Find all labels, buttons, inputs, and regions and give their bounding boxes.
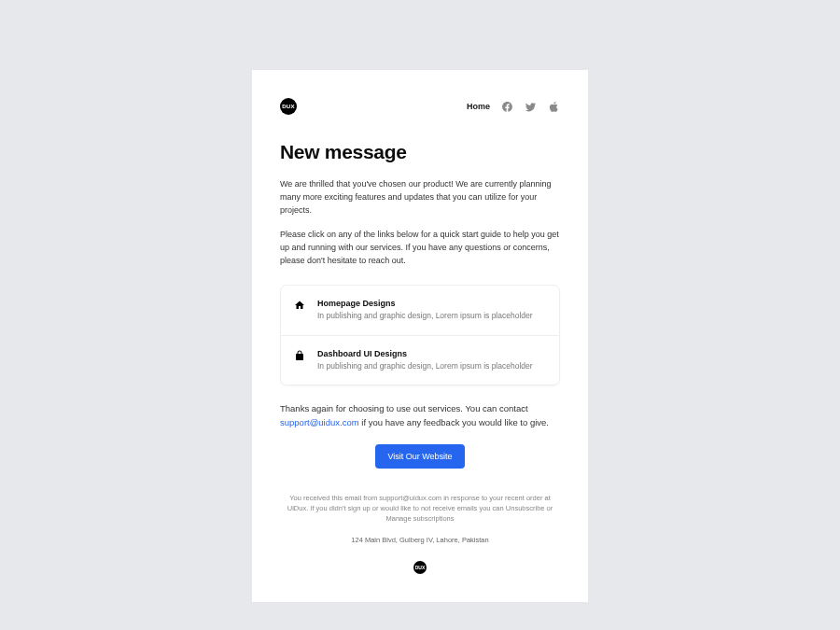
home-icon — [294, 300, 305, 311]
header-nav: Home — [467, 101, 560, 113]
link-cards: Homepage Designs In publishing and graph… — [280, 285, 560, 386]
header: DUX Home — [280, 98, 560, 115]
footer-address: 124 Main Blvd, Gulberg IV, Lahore, Pakis… — [280, 536, 560, 544]
intro-paragraph-1: We are thrilled that you've chosen our p… — [280, 178, 560, 217]
card-desc: In publishing and graphic design, Lorem … — [317, 311, 533, 322]
card-homepage-designs[interactable]: Homepage Designs In publishing and graph… — [281, 286, 559, 335]
card-dashboard-designs[interactable]: Dashboard UI Designs In publishing and g… — [281, 335, 559, 385]
home-link[interactable]: Home — [467, 102, 490, 111]
card-body: Homepage Designs In publishing and graph… — [317, 299, 533, 322]
cta-wrap: Visit Our Website — [280, 444, 560, 469]
brand-logo: DUX — [280, 98, 297, 115]
card-body: Dashboard UI Designs In publishing and g… — [317, 349, 533, 372]
footer-logo: DUX — [413, 561, 427, 574]
brand-logo-text: DUX — [282, 104, 295, 109]
lock-icon — [294, 350, 305, 361]
email-container: DUX Home New message We are thrilled tha… — [252, 70, 588, 602]
card-desc: In publishing and graphic design, Lorem … — [317, 361, 533, 372]
card-title: Homepage Designs — [317, 299, 533, 308]
support-email-link[interactable]: support@uidux.com — [280, 417, 359, 427]
page-title: New message — [280, 141, 560, 163]
facebook-icon[interactable] — [501, 101, 513, 113]
footer-logo-text: DUX — [415, 565, 426, 570]
apple-icon[interactable] — [548, 101, 560, 113]
twitter-icon[interactable] — [525, 101, 537, 113]
intro-paragraph-2: Please click on any of the links below f… — [280, 229, 560, 268]
thanks-text: Thanks again for choosing to use out ser… — [280, 402, 560, 429]
thanks-post: if you have any feedback you would like … — [359, 417, 549, 427]
footer-logo-wrap: DUX — [280, 561, 560, 574]
card-title: Dashboard UI Designs — [317, 349, 533, 358]
thanks-pre: Thanks again for choosing to use out ser… — [280, 403, 528, 413]
footer-disclaimer: You received this email from support@uid… — [280, 493, 560, 525]
visit-website-button[interactable]: Visit Our Website — [375, 444, 464, 469]
